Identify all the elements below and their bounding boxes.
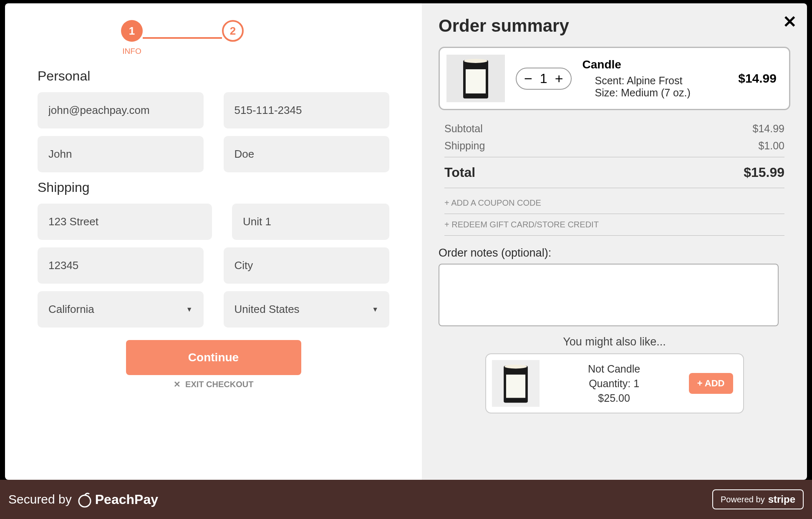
footer: Secured by PeachPay Powered by stripe (0, 480, 812, 519)
street-field[interactable] (38, 204, 212, 240)
chevron-down-icon: ▼ (372, 306, 378, 313)
state-value: California (48, 303, 94, 316)
secured-by: Secured by PeachPay (8, 491, 158, 508)
city-field[interactable] (224, 247, 390, 284)
item-name: Candle (583, 58, 728, 71)
suggested-product-image (492, 360, 540, 407)
total-label: Total (444, 165, 475, 180)
peach-icon (76, 491, 93, 508)
quantity-stepper: − 1 + (516, 68, 572, 90)
suggested-name: Not Candle (552, 363, 676, 375)
order-summary-title: Order summary (439, 16, 790, 36)
summary-lines: Subtotal $14.99 Shipping $1.00 Total $15… (439, 123, 790, 236)
continue-button[interactable]: Continue (126, 340, 301, 375)
last-name-field[interactable] (224, 136, 390, 172)
checkout-modal: 1 INFO 2 Personal Shipping (5, 3, 807, 480)
svg-rect-2 (466, 69, 486, 93)
close-icon: ✕ (174, 380, 181, 389)
svg-point-1 (464, 59, 487, 63)
country-select[interactable]: United States ▼ (224, 291, 390, 328)
suggested-price: $25.00 (552, 392, 676, 404)
postal-field[interactable] (38, 247, 204, 284)
powered-by-text: Powered by (721, 495, 765, 504)
progress-stepper: 1 INFO 2 (121, 20, 389, 56)
item-details: Candle Scent: Alpine Frost Size: Medium … (583, 58, 728, 99)
step-2-circle[interactable]: 2 (222, 20, 244, 42)
stripe-logo-text: stripe (768, 494, 795, 505)
decrease-button[interactable]: − (524, 71, 532, 86)
info-panel: 1 INFO 2 Personal Shipping (5, 3, 422, 480)
item-price: $14.99 (738, 71, 777, 86)
cart-item: − 1 + Candle Scent: Alpine Frost Size: M… (439, 47, 790, 110)
state-select[interactable]: California ▼ (38, 291, 204, 328)
step-1: 1 INFO (121, 20, 143, 56)
country-value: United States (235, 303, 300, 316)
peachpay-brand-text: PeachPay (95, 492, 158, 507)
first-name-field[interactable] (38, 136, 204, 172)
order-summary-panel: ✕ Order summary − 1 + Candle Scent: Alpi… (422, 3, 807, 480)
candle-icon (500, 363, 531, 404)
increase-button[interactable]: + (555, 71, 563, 86)
personal-heading: Personal (38, 68, 389, 84)
order-notes-input[interactable] (439, 264, 779, 326)
order-notes-label: Order notes (optional): (439, 247, 790, 260)
suggestions-title: You might also like... (439, 335, 790, 348)
product-image (446, 55, 505, 102)
add-suggested-button[interactable]: + ADD (689, 373, 733, 394)
step-1-circle: 1 (121, 20, 143, 42)
stepper-connector (143, 37, 222, 39)
exit-checkout-link[interactable]: ✕ EXIT CHECKOUT (38, 379, 389, 389)
item-scent: Scent: Alpine Frost (595, 75, 728, 87)
shipping-cost-label: Shipping (444, 140, 485, 152)
phone-field[interactable] (224, 92, 390, 128)
step-2-label (232, 47, 234, 56)
item-size: Size: Medium (7 oz.) (595, 87, 728, 99)
peachpay-logo: PeachPay (76, 491, 158, 508)
svg-point-6 (79, 495, 91, 507)
email-field[interactable] (38, 92, 204, 128)
unit-field[interactable] (232, 204, 389, 240)
suggested-qty: Quantity: 1 (552, 378, 676, 390)
svg-point-4 (504, 365, 527, 369)
svg-rect-5 (506, 375, 525, 398)
shipping-cost-value: $1.00 (758, 140, 784, 152)
secured-by-text: Secured by (8, 492, 72, 506)
subtotal-value: $14.99 (753, 123, 784, 135)
stripe-badge: Powered by stripe (712, 489, 804, 509)
step-2: 2 (222, 20, 244, 56)
shipping-heading: Shipping (38, 180, 389, 195)
giftcard-link[interactable]: + REDEEM GIFT CARD/STORE CREDIT (444, 214, 784, 236)
exit-checkout-label: EXIT CHECKOUT (185, 380, 253, 389)
step-1-label: INFO (122, 47, 141, 56)
total-value: $15.99 (744, 165, 784, 180)
subtotal-label: Subtotal (444, 123, 483, 135)
close-button[interactable]: ✕ (783, 13, 797, 30)
suggested-product-card: Not Candle Quantity: 1 $25.00 + ADD (485, 353, 744, 413)
chevron-down-icon: ▼ (186, 306, 193, 313)
coupon-link[interactable]: + ADD A COUPON CODE (444, 192, 784, 214)
quantity-value: 1 (540, 71, 547, 86)
candle-icon (460, 57, 492, 100)
